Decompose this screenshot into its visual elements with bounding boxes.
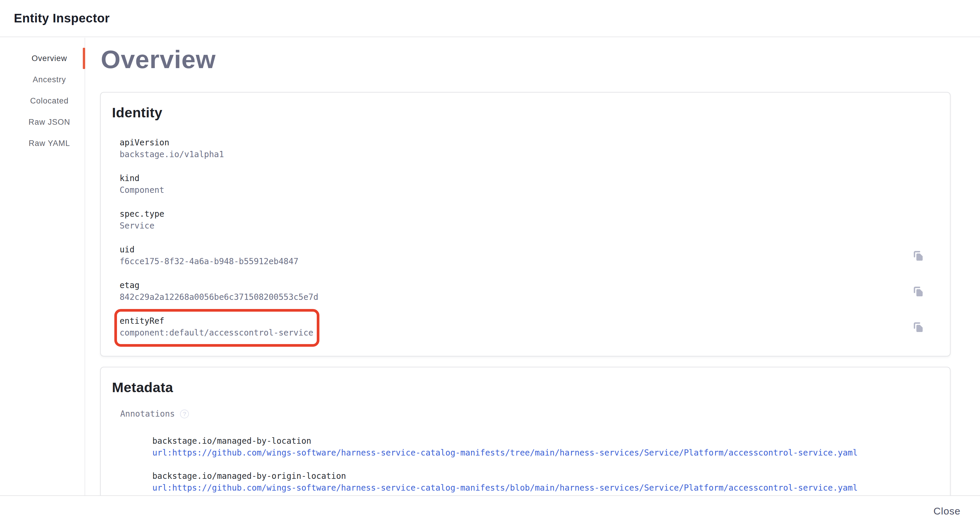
field-value: component:default/accesscontrol-service [119,327,950,339]
copy-icon [912,320,925,334]
dialog-title: Entity Inspector [14,11,110,26]
field-key: kind [119,172,950,184]
field-key: entityRef [119,315,950,327]
field-etag: etag 842c29a2a12268a0056be6c371508200553… [119,279,950,303]
annotation-key: backstage.io/managed-by-location [152,435,950,447]
annotation-url-link[interactable]: url:https://github.com/wings-software/ha… [152,447,858,459]
identity-card: Identity apiVersion backstage.io/v1alpha… [100,92,951,357]
annotations-section: Annotations ? [120,408,950,420]
field-key: apiVersion [119,137,950,148]
dialog-body: Overview Ancestry Colocated Raw JSON Raw… [0,38,980,495]
copy-uid-button[interactable] [912,249,925,262]
field-value: f6cce175-8f32-4a6a-b948-b55912eb4847 [119,256,950,268]
copy-etag-button[interactable] [912,285,925,298]
page-title: Overview [101,46,216,72]
field-value: Component [119,184,950,196]
identity-card-title: Identity [112,105,950,120]
field-apiversion: apiVersion backstage.io/v1alpha1 [119,137,950,160]
close-button[interactable]: Close [926,501,968,521]
annotations-label: Annotations [120,408,175,420]
annotation-key: backstage.io/managed-by-origin-location [152,470,950,482]
field-value: backstage.io/v1alpha1 [119,148,950,160]
field-spec-type: spec.type Service [119,208,950,232]
metadata-card: Metadata Annotations ? backstage.io/mana… [100,367,951,495]
sidebar: Overview Ancestry Colocated Raw JSON Raw… [0,38,85,495]
tab-list: Overview Ancestry Colocated Raw JSON Raw… [14,48,84,154]
field-entityref: entityRef component:default/accesscontro… [119,315,950,339]
dialog-footer: Close [0,495,980,526]
identity-fields: apiVersion backstage.io/v1alpha1 kind Co… [119,137,950,339]
copy-icon [912,285,925,298]
field-key: etag [119,279,950,291]
tab-ancestry[interactable]: Ancestry [14,69,84,90]
copy-icon [912,249,925,262]
field-kind: kind Component [119,172,950,196]
dialog-header: Entity Inspector [0,0,980,37]
tab-colocated[interactable]: Colocated [14,90,84,112]
entity-inspector-dialog: Entity Inspector Overview Ancestry Coloc… [0,0,980,526]
tab-overview[interactable]: Overview [14,48,84,69]
tab-raw-json[interactable]: Raw JSON [14,112,84,133]
copy-entityref-button[interactable] [912,320,925,334]
field-uid: uid f6cce175-8f32-4a6a-b948-b55912eb4847 [119,244,950,268]
annotation-entries: backstage.io/managed-by-location url:htt… [152,435,950,494]
metadata-card-title: Metadata [112,380,950,394]
annotation-url-link[interactable]: url:https://github.com/wings-software/ha… [152,482,858,494]
tab-raw-yaml[interactable]: Raw YAML [14,133,84,154]
annotation-managed-by-location: backstage.io/managed-by-location url:htt… [152,435,950,459]
field-key: spec.type [119,208,950,220]
field-value: 842c29a2a12268a0056be6c371508200553c5e7d [119,291,950,303]
field-key: uid [119,244,950,256]
field-value: Service [119,220,950,232]
active-tab-indicator [83,48,85,69]
main-content: Overview Identity apiVersion backstage.i… [86,38,980,495]
annotation-managed-by-origin-location: backstage.io/managed-by-origin-location … [152,470,950,494]
circle-question-icon[interactable]: ? [180,410,189,418]
